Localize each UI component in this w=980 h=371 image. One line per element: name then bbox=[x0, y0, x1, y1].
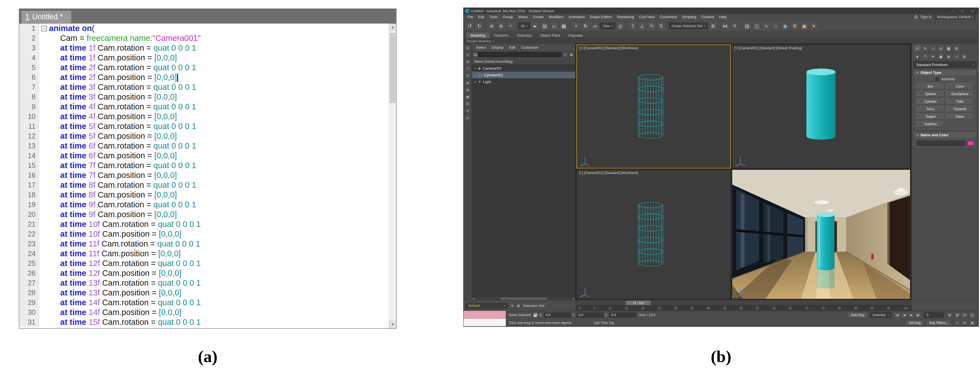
code-text[interactable]: at time 8f Cam.position = [0,0,0] bbox=[49, 190, 396, 200]
editor-tab-untitled[interactable]: 1 Untitled * bbox=[21, 10, 72, 23]
find-icon[interactable] bbox=[473, 53, 477, 57]
viewport-top-left[interactable]: [+] [Camera001] [Standard] [Wireframe] bbox=[576, 44, 731, 168]
code-text[interactable]: at time 7f Cam.position = [0,0,0] bbox=[49, 170, 396, 180]
object-name-field[interactable] bbox=[916, 140, 966, 146]
expander-icon[interactable]: ▸ bbox=[475, 67, 476, 70]
primitive-button-textplus[interactable]: TextPlus bbox=[916, 121, 945, 127]
menu-animation[interactable]: Animation bbox=[566, 15, 587, 19]
fold-collapse-icon[interactable]: − bbox=[41, 26, 47, 31]
object-color-swatch[interactable] bbox=[968, 141, 974, 146]
show-lights-icon[interactable]: ☀ bbox=[465, 73, 471, 79]
curve-editor-icon[interactable]: ∿ bbox=[762, 22, 771, 30]
zoom-region-icon[interactable]: ◱ bbox=[969, 312, 976, 318]
use-pivot-center-icon[interactable]: ◎ bbox=[616, 22, 625, 30]
timeline-tick[interactable]: 20 bbox=[641, 306, 644, 310]
spacewarps-icon[interactable]: ≈ bbox=[953, 53, 960, 60]
code-text[interactable]: at time 13f Cam.rotation = quat 0 0 0 1 bbox=[49, 278, 396, 288]
scroll-left-icon[interactable]: ◀ bbox=[473, 297, 474, 300]
timeline-tick[interactable]: 100 bbox=[903, 306, 908, 310]
time-slider-track[interactable]: 15 / 100 bbox=[576, 300, 912, 305]
primitive-category-dropdown[interactable]: Standard Primitives ▾ bbox=[914, 61, 977, 68]
primitive-button-tube[interactable]: Tube bbox=[946, 98, 974, 105]
timeline-tick[interactable]: 70 bbox=[805, 306, 808, 310]
redo-icon[interactable]: ↻ bbox=[475, 22, 484, 30]
code-text[interactable]: at time 4f Cam.rotation = quat 0 0 0 1 bbox=[49, 102, 396, 112]
close-button[interactable]: × bbox=[967, 9, 977, 13]
auto-key-button[interactable]: Auto Key bbox=[848, 312, 867, 318]
timeline-tick[interactable]: 55 bbox=[756, 306, 759, 310]
schematic-view-icon[interactable]: ⌂ bbox=[771, 22, 780, 30]
scroll-up-button[interactable]: ▲ bbox=[389, 24, 396, 31]
code-text[interactable]: at time 13f Cam.position = [0,0,0] bbox=[49, 288, 396, 298]
timeline-tick[interactable]: 25 bbox=[657, 306, 660, 310]
timeline-tick[interactable]: 85 bbox=[854, 306, 858, 310]
mini-listener-script-pane[interactable] bbox=[463, 319, 506, 326]
code-text[interactable]: at time 3f Cam.rotation = quat 0 0 0 1 bbox=[49, 82, 396, 92]
explorer-menu-customize[interactable]: Customize bbox=[518, 45, 541, 49]
filter-dropdown-icon[interactable]: ▾ bbox=[563, 52, 568, 57]
ribbon-tab-freeform[interactable]: Freeform bbox=[490, 32, 513, 38]
material-editor-icon[interactable]: ◉ bbox=[781, 22, 790, 30]
current-frame-field[interactable]: 0 bbox=[924, 312, 943, 318]
primitive-button-box[interactable]: Box bbox=[916, 83, 945, 90]
primitive-button-torus[interactable]: Torus bbox=[916, 106, 945, 112]
menu-create[interactable]: Create bbox=[530, 15, 546, 19]
explorer-horizontal-scrollbar[interactable]: ◀ ▶ bbox=[472, 296, 575, 300]
window-crossing-icon[interactable]: ▦ bbox=[559, 22, 568, 30]
ribbon-strip[interactable]: Polygon Modeling ▾ bbox=[463, 39, 978, 44]
select-rotate-icon[interactable]: ↻ bbox=[581, 22, 590, 30]
timeline-ruler[interactable]: 0510152025303540455055606570758085909510… bbox=[576, 305, 912, 311]
timeline-tick[interactable]: 75 bbox=[822, 306, 825, 310]
show-helpers-icon[interactable]: ⊕ bbox=[465, 87, 471, 93]
orbit-icon[interactable]: ↻ bbox=[961, 320, 968, 326]
show-shapes-icon[interactable]: ◠ bbox=[465, 66, 471, 72]
code-text[interactable]: at time 12f Cam.position = [0,0,0] bbox=[49, 268, 396, 278]
expander-icon[interactable]: ▸ bbox=[475, 74, 476, 77]
code-text[interactable]: at time 1f Cam.position = [0,0,0] bbox=[49, 53, 396, 63]
zoom-all-icon[interactable]: ⊞ bbox=[954, 312, 961, 318]
show-cameras-icon[interactable]: ◈ bbox=[465, 80, 471, 86]
code-text[interactable]: at time 9f Cam.position = [0,0,0] bbox=[49, 209, 396, 219]
code-text[interactable]: at time 1f Cam.rotation = quat 0 0 0 1 bbox=[49, 43, 396, 53]
explorer-search-input[interactable] bbox=[478, 52, 562, 57]
expand-all-icon[interactable]: ▸ bbox=[465, 115, 471, 121]
menu-rendering[interactable]: Rendering bbox=[615, 15, 636, 19]
selection-filter-dropdown[interactable]: All▾ bbox=[519, 23, 530, 29]
menu-tools[interactable]: Tools bbox=[487, 15, 500, 19]
timeline-tick[interactable]: 95 bbox=[887, 306, 890, 310]
menu-graph-editors[interactable]: Graph Editors bbox=[587, 15, 615, 19]
viewport-label[interactable]: [+] [Camera001] [Standard] [Default Shad… bbox=[735, 46, 802, 50]
code-text[interactable]: at time 6f Cam.rotation = quat 0 0 0 1 bbox=[49, 141, 396, 151]
time-slider-handle[interactable]: 15 / 100 bbox=[626, 301, 651, 305]
mini-listener-macro-pane[interactable] bbox=[463, 311, 506, 319]
primitive-button-pyramid[interactable]: Pyramid bbox=[946, 106, 974, 112]
select-link-icon[interactable]: ⊕ bbox=[487, 22, 496, 30]
selection-set-preset-dropdown[interactable]: Default ▾ bbox=[466, 303, 508, 309]
scrollbar-thumb[interactable] bbox=[390, 33, 396, 103]
viewport-bottom-left[interactable]: [+] [Camera001] [Standard] [Wireframe] bbox=[576, 169, 731, 300]
code-text[interactable]: at time 5f Cam.position = [0,0,0] bbox=[49, 131, 396, 141]
utilities-tab-icon[interactable]: ⚙ bbox=[953, 45, 960, 52]
coordinate-field[interactable]: 0.0 bbox=[544, 312, 571, 317]
align-icon[interactable]: ≡ bbox=[730, 22, 739, 30]
go-to-start-icon[interactable]: |◀ bbox=[894, 312, 900, 318]
display-tab-icon[interactable]: ▦ bbox=[945, 45, 952, 52]
code-text[interactable]: Cam = freecamera name:"Camera001" bbox=[49, 33, 396, 43]
code-text[interactable]: at time 14f Cam.position = [0,0,0] bbox=[49, 308, 396, 317]
set-key-button[interactable]: Set Key bbox=[906, 320, 924, 326]
vertical-scrollbar[interactable]: ▲ ▼ bbox=[389, 24, 396, 328]
explorer-item-light[interactable]: ▸☀Light bbox=[472, 78, 575, 85]
explorer-menu-display[interactable]: Display bbox=[489, 45, 506, 49]
code-text[interactable]: at time 12f Cam.rotation = quat 0 0 0 1 bbox=[49, 258, 396, 268]
percent-snap-icon[interactable]: % bbox=[647, 22, 656, 30]
ribbon-tab-populate[interactable]: Populate bbox=[564, 32, 587, 38]
code-text[interactable]: at time 2f Cam.position = [0,0,0] bbox=[49, 73, 396, 82]
code-editor[interactable]: 1−animate on(2Cam = freecamera name:"Cam… bbox=[19, 24, 396, 328]
code-text[interactable]: at time 6f Cam.position = [0,0,0] bbox=[49, 151, 396, 160]
primitive-button-geosphere[interactable]: GeoSphere bbox=[946, 91, 974, 97]
menu-edit[interactable]: Edit bbox=[476, 15, 487, 19]
code-text[interactable]: at time 10f Cam.rotation = quat 0 0 0 1 bbox=[49, 219, 396, 229]
object-type-rollout-header[interactable]: ▼ Object Type bbox=[914, 70, 976, 76]
menu-content[interactable]: Content bbox=[699, 15, 717, 19]
code-text[interactable]: at time 2f Cam.rotation = quat 0 0 0 1 bbox=[49, 63, 396, 73]
